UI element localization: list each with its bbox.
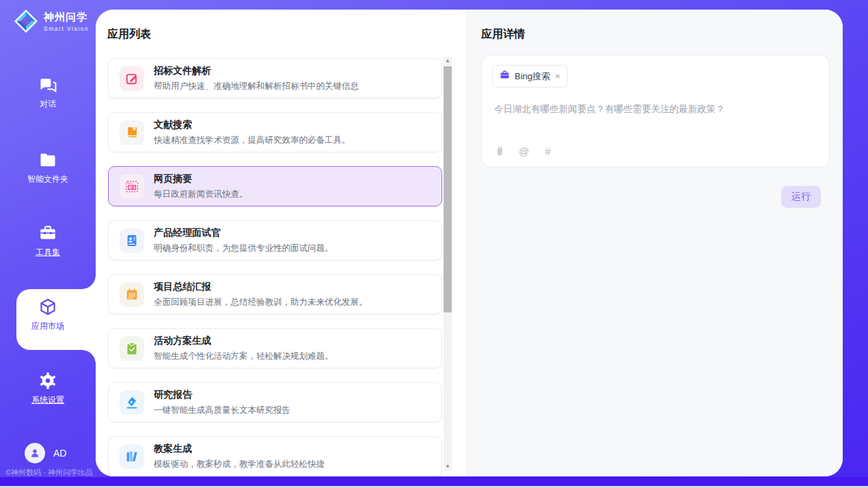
app-card-title: 教案生成 [154, 443, 325, 455]
app-card-description: 每日政府新闻资讯快查。 [154, 189, 248, 200]
copyright-footer: ©神州数码 · 神州问学出品 [5, 467, 93, 478]
prompt-input[interactable]: 今日湖北有哪些新闻要点？有哪些需要关注的最新政策？ [494, 103, 817, 116]
brand: 神州问学 Smart Vision [14, 9, 89, 33]
app-card[interactable]: 网页摘要 每日政府新闻资讯快查。 [108, 166, 442, 206]
app-card-title: 活动方案生成 [154, 335, 334, 347]
sidebar-item-label: 系统设置 [31, 394, 64, 406]
book-icon [120, 120, 144, 145]
sidebar-item-label: 对话 [40, 98, 56, 110]
cube-icon [38, 297, 57, 316]
books-icon [120, 444, 144, 469]
app-detail-panel: 应用详情 Bing搜索 × 今日湖北有哪些新闻要点？有哪些需要关注的最新政策？ … [467, 10, 843, 476]
close-icon[interactable]: × [555, 72, 560, 81]
folder-icon [38, 150, 57, 170]
gear-icon [38, 371, 57, 390]
paperclip-icon[interactable] [494, 146, 506, 157]
person-icon [29, 447, 41, 459]
app-card-list: 招标文件解析 帮助用户快速、准确地理解和解析招标书中的关键信息 文献搜索 快速精… [108, 58, 442, 476]
app-card-description: 帮助用户快速、准确地理解和解析招标书中的关键信息 [154, 81, 359, 92]
app-list-title: 应用列表 [107, 27, 151, 42]
user-row[interactable]: AD [25, 443, 66, 463]
sidebar-item-toolbox[interactable]: 工具集 [0, 223, 96, 269]
pen-icon [120, 390, 144, 415]
sidebar-item-label: 应用市场 [31, 321, 64, 332]
tool-tag-bing-search[interactable]: Bing搜索 × [492, 65, 568, 87]
app-card[interactable]: 文献搜索 快速精准查找学术资源，提高研究效率的必备工具。 [108, 112, 442, 152]
app-card-description: 一键智能生成高质量长文本研究报告 [154, 405, 290, 416]
brand-subtitle: Smart Vision [44, 25, 89, 32]
app-detail-title: 应用详情 [481, 27, 525, 42]
sidebar-item-cube[interactable]: 应用市场 [0, 297, 96, 342]
app-card-title: 招标文件解析 [154, 65, 359, 77]
run-button[interactable]: 运行 [781, 186, 821, 208]
app-card-description: 快速精准查找学术资源，提高研究效率的必备工具。 [154, 135, 351, 146]
at-icon[interactable]: @ [518, 146, 530, 157]
scrollbar-thumb[interactable] [444, 66, 452, 312]
avatar[interactable] [25, 443, 45, 463]
app-card-title: 产品经理面试官 [154, 227, 334, 239]
sidebar-item-label: 工具集 [36, 247, 60, 258]
app-card-title: 文献搜索 [154, 119, 351, 131]
app-card-description: 模板驱动，教案秒成，教学准备从此轻松快捷 [154, 459, 325, 470]
briefcase-icon [500, 70, 510, 83]
app-card-title: 项目总结汇报 [154, 281, 368, 293]
user-initials: AD [53, 448, 66, 459]
app-list-panel: 应用列表 招标文件解析 帮助用户快速、准确地理解和解析招标书中的关键信息 文献搜… [96, 10, 467, 476]
app-card[interactable]: 教案生成 模板驱动，教案秒成，教学准备从此轻松快捷 [108, 436, 442, 476]
note-icon [120, 282, 144, 307]
app-card-description: 全面回顾项目进展，总结经验教训，助力未来优化发展。 [154, 297, 368, 308]
app-card-title: 网页摘要 [154, 173, 248, 185]
chat-icon [38, 75, 57, 94]
edit-document-icon [120, 66, 144, 91]
clipboard-check-icon [120, 336, 144, 361]
sidebar-item-gear[interactable]: 系统设置 [0, 371, 96, 416]
hash-icon[interactable]: # [542, 146, 554, 157]
app-card[interactable]: 研究报告 一键智能生成高质量长文本研究报告 [108, 382, 442, 422]
app-card[interactable]: 招标文件解析 帮助用户快速、准确地理解和解析招标书中的关键信息 [108, 58, 442, 98]
tool-tag-label: Bing搜索 [515, 70, 550, 83]
person-document-icon [120, 228, 144, 253]
app-card[interactable]: 产品经理面试官 明确身份和职责，为您提供专业性的面试问题。 [108, 220, 442, 260]
scrollbar[interactable]: ▲ ▼ [444, 57, 452, 471]
scroll-up-icon[interactable]: ▲ [444, 57, 452, 65]
app-card-description: 明确身份和职责，为您提供专业性的面试问题。 [154, 243, 334, 254]
browser-code-icon [120, 174, 144, 199]
brand-name: 神州问学 [44, 11, 89, 24]
brand-diamond-icon [14, 9, 38, 33]
toolbox-icon [38, 223, 57, 243]
app-frame: 神州问学 Smart Vision 对话 智能文件夹 工具集 应用市场 系统设置 [0, 0, 868, 486]
app-card-description: 智能生成个性化活动方案，轻松解决规划难题。 [154, 351, 334, 362]
scroll-down-icon[interactable]: ▼ [444, 463, 452, 471]
prompt-composer: Bing搜索 × 今日湖北有哪些新闻要点？有哪些需要关注的最新政策？ @# [481, 55, 830, 167]
sidebar-item-chat[interactable]: 对话 [0, 75, 96, 120]
sidebar-item-label: 智能文件夹 [27, 174, 68, 185]
composer-toolbar: @# [494, 146, 554, 157]
app-card[interactable]: 活动方案生成 智能生成个性化活动方案，轻松解决规划难题。 [108, 328, 442, 368]
sidebar: 神州问学 Smart Vision 对话 智能文件夹 工具集 应用市场 系统设置 [0, 0, 96, 477]
bottom-accent-bar [0, 477, 868, 486]
app-card-title: 研究报告 [154, 389, 290, 401]
sidebar-item-folder[interactable]: 智能文件夹 [0, 150, 96, 195]
content-area: 应用列表 招标文件解析 帮助用户快速、准确地理解和解析招标书中的关键信息 文献搜… [96, 10, 843, 476]
app-card[interactable]: 项目总结汇报 全面回顾项目进展，总结经验教训，助力未来优化发展。 [108, 274, 442, 314]
